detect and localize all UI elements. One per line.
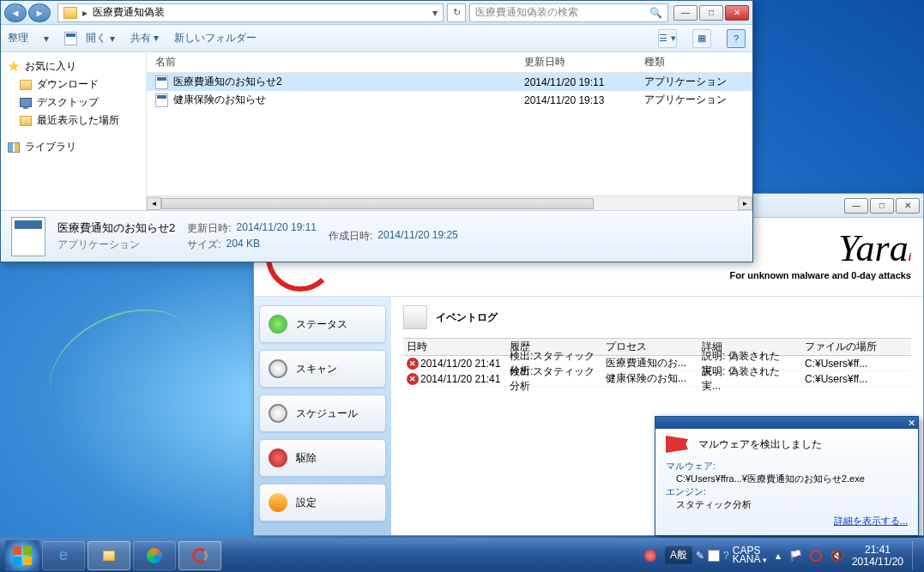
nav-favorites[interactable]: お気に入り <box>1 57 146 75</box>
show-desktop-button[interactable] <box>912 541 919 570</box>
libraries-icon <box>8 142 20 153</box>
breadcrumb-segment[interactable]: 医療費通知偽装 <box>93 5 165 20</box>
ime-tool-icon[interactable]: ✎ <box>696 550 704 562</box>
maximize-button[interactable]: □ <box>870 198 894 214</box>
open-button[interactable]: 開く ▾ <box>64 31 115 45</box>
explorer-titlebar[interactable]: ◄ ► ▸ 医療費通知偽装 ▾ ↻ 医療費通知偽装の検索 🔍 — □ ✕ <box>1 1 752 25</box>
alert-titlebar[interactable]: ✕ <box>655 417 918 429</box>
media-player-icon <box>147 548 162 563</box>
yarai-sidebar: ステータス スキャン スケジュール 駆除 設定 <box>254 297 391 535</box>
tray-expand-icon[interactable]: ▴ <box>776 550 781 562</box>
nav-recent[interactable]: 最近表示した場所 <box>1 111 146 129</box>
ime-help-icon[interactable]: ? <box>723 550 729 562</box>
view-options-button[interactable]: ☰ ▾ <box>658 29 677 48</box>
taskbar-explorer[interactable] <box>88 541 130 570</box>
start-button[interactable] <box>5 540 39 571</box>
close-button[interactable]: ✕ <box>725 5 749 21</box>
help-button[interactable]: ? <box>727 29 746 48</box>
svg-rect-3 <box>23 557 32 565</box>
search-input[interactable]: 医療費通知偽装の検索 🔍 <box>469 3 668 22</box>
folder-icon <box>63 7 77 19</box>
share-menu[interactable]: 共有 ▾ <box>130 31 159 45</box>
ie-icon: e <box>59 546 68 564</box>
scroll-left-button[interactable]: ◄ <box>147 197 161 210</box>
organize-menu[interactable]: 整理 <box>8 31 28 45</box>
column-date[interactable]: 更新日時 <box>524 55 644 69</box>
nav-scan[interactable]: スキャン <box>259 350 386 388</box>
search-placeholder: 医療費通知偽装の検索 <box>475 5 578 20</box>
col-datetime[interactable]: 日時 <box>403 340 506 354</box>
svg-rect-1 <box>23 546 32 555</box>
file-row[interactable]: 医療費通知のお知らせ2 2014/11/20 19:11 アプリケーション <box>147 73 752 91</box>
screwdriver-icon <box>269 493 287 512</box>
ime-mode[interactable]: A般 <box>665 546 692 564</box>
tray-alert-icon[interactable] <box>644 550 656 562</box>
alert-engine-label: エンジン: <box>666 485 908 498</box>
tray-clock[interactable]: 21:41 2014/11/20 <box>852 544 903 568</box>
nav-back-button[interactable]: ◄ <box>4 3 27 22</box>
taskbar-ie[interactable]: e <box>42 541 85 570</box>
taskbar: e A般 ✎ ? CAPSKANA ▾ ▴ 🏳️ 🔇 21:41 2014/11… <box>0 538 924 572</box>
scroll-right-button[interactable]: ► <box>738 197 752 210</box>
ime-pad-icon[interactable] <box>708 550 720 562</box>
desktop-icon <box>20 98 32 107</box>
col-process[interactable]: プロセス <box>602 340 698 354</box>
close-button[interactable]: ✕ <box>904 417 918 429</box>
event-table: 日時 履歴 プロセス 詳細 ファイルの場所 ✕2014/11/20 21:41 … <box>403 338 911 387</box>
minimize-button[interactable]: — <box>673 5 698 21</box>
nav-forward-button[interactable]: ► <box>28 3 51 22</box>
search-icon: 🔍 <box>649 7 662 19</box>
breadcrumb[interactable]: ▸ 医療費通知偽装 ▾ <box>57 3 444 22</box>
folder-icon <box>20 80 32 90</box>
nav-desktop[interactable]: デスクトップ <box>1 93 146 111</box>
nav-remove[interactable]: 駆除 <box>259 439 386 477</box>
event-row[interactable]: ✕2014/11/20 21:41 検出:スタティック分析 健康保険のお知...… <box>403 371 911 387</box>
details-name: 医療費通知のお知らせ2 <box>57 220 175 236</box>
minimize-button[interactable]: — <box>844 198 868 214</box>
nav-status[interactable]: ステータス <box>259 305 386 343</box>
event-row[interactable]: ✕2014/11/20 21:41 検出:スタティック分析 医療費通知のお...… <box>403 356 911 371</box>
tray-yarai-icon[interactable] <box>810 550 822 562</box>
alert-headline: マルウェアを検出しました <box>698 437 822 452</box>
document-icon <box>155 75 168 89</box>
eventlog-title: イベントログ <box>403 305 911 329</box>
tray-action-center-icon[interactable]: 🏳️ <box>789 550 801 562</box>
error-icon: ✕ <box>407 373 419 385</box>
tray-volume-icon[interactable]: 🔇 <box>830 550 843 562</box>
details-pane: 医療費通知のお知らせ2 アプリケーション 更新日時:2014/11/20 19:… <box>1 210 752 262</box>
alert-details-link[interactable]: 詳細を表示する... <box>834 515 908 527</box>
col-location[interactable]: ファイルの場所 <box>801 340 911 354</box>
yarai-icon <box>192 548 208 563</box>
refresh-button[interactable]: ↻ <box>447 3 466 22</box>
taskbar-mediaplayer[interactable] <box>133 541 176 570</box>
status-icon <box>269 315 287 334</box>
alert-malware-value: C:¥Users¥ffra...¥医療費通知のお知らせ2.exe <box>666 473 908 485</box>
scroll-thumb[interactable] <box>161 198 594 209</box>
clock-icon <box>269 404 287 423</box>
error-icon: ✕ <box>407 358 419 370</box>
folder-icon <box>103 551 115 561</box>
chevron-down-icon[interactable]: ▾ <box>432 7 438 19</box>
star-icon <box>8 61 20 73</box>
yarai-brand: Yarai For unknown malware and 0-day atta… <box>729 226 911 280</box>
maximize-button[interactable]: □ <box>699 5 723 21</box>
taskbar-yarai[interactable] <box>178 541 221 570</box>
file-list: 名前 更新日時 種類 医療費通知のお知らせ2 2014/11/20 19:11 … <box>147 52 752 210</box>
scan-icon <box>269 359 287 378</box>
column-type[interactable]: 種類 <box>644 55 744 69</box>
svg-rect-2 <box>13 557 21 565</box>
malware-alert: ✕ マルウェアを検出しました マルウェア: C:¥Users¥ffra...¥医… <box>655 416 919 536</box>
new-folder-button[interactable]: 新しいフォルダー <box>174 31 257 45</box>
nav-schedule[interactable]: スケジュール <box>259 394 386 432</box>
details-subtitle: アプリケーション <box>57 238 175 252</box>
nav-downloads[interactable]: ダウンロード <box>1 75 146 93</box>
column-name[interactable]: 名前 <box>155 55 524 69</box>
nav-libraries[interactable]: ライブラリ <box>1 138 146 156</box>
nav-settings[interactable]: 設定 <box>259 484 386 521</box>
preview-pane-button[interactable]: ▦ <box>692 29 711 48</box>
horizontal-scrollbar[interactable]: ◄ ► <box>147 196 752 210</box>
document-icon <box>155 93 168 107</box>
close-button[interactable]: ✕ <box>896 198 920 214</box>
file-row[interactable]: 健康保険のお知らせ 2014/11/20 19:13 アプリケーション <box>147 91 752 109</box>
explorer-window: ◄ ► ▸ 医療費通知偽装 ▾ ↻ 医療費通知偽装の検索 🔍 — □ ✕ 整理▾… <box>0 0 753 262</box>
